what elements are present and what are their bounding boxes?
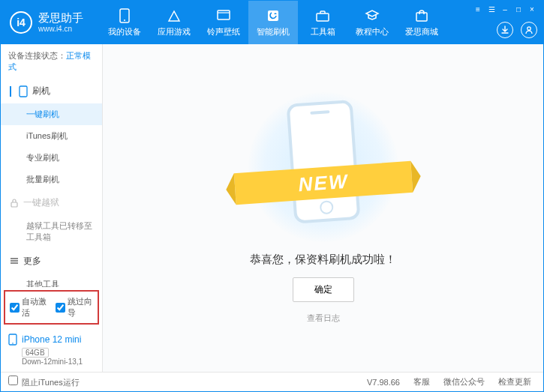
- logo: i4 爱思助手 www.i4.cn: [10, 11, 100, 34]
- user-button[interactable]: [521, 22, 537, 38]
- lock-icon: [10, 198, 19, 208]
- wechat-link[interactable]: 微信公众号: [439, 376, 489, 388]
- window-controls: ≡ ☰ – □ ×: [473, 4, 537, 14]
- sidebar-section-flash[interactable]: 刷机: [1, 79, 102, 103]
- svg-rect-8: [20, 86, 27, 97]
- toolbox-icon: [315, 8, 330, 23]
- svg-rect-5: [317, 13, 329, 21]
- nav-my-device[interactable]: 我的设备: [100, 1, 149, 44]
- sidebar-item-other-tools[interactable]: 其他工具: [1, 274, 102, 287]
- logo-icon: i4: [10, 11, 32, 34]
- success-message: 恭喜您，保资料刷机成功啦！: [250, 253, 396, 267]
- settings-icon[interactable]: ☰: [486, 4, 497, 14]
- title-round-buttons: [497, 22, 537, 38]
- download-button[interactable]: [497, 22, 513, 38]
- main-nav: 我的设备 应用游戏 铃声壁纸 智能刷机 工具箱 教程中心: [100, 1, 446, 44]
- device-firmware: Down-12mini-13,1: [22, 358, 95, 366]
- success-illustration: NEW: [248, 92, 398, 242]
- sidebar-item-onekey-flash[interactable]: 一键刷机: [1, 103, 102, 125]
- svg-rect-2: [218, 10, 230, 19]
- connection-status: 设备连接状态：正常模式: [1, 44, 102, 79]
- svg-rect-3: [218, 12, 230, 13]
- main-content: NEW 恭喜您，保资料刷机成功啦！ 确定 查看日志: [103, 44, 543, 372]
- device-name: iPhone 12 mini: [22, 334, 81, 345]
- options-highlight-box: 自动激活 跳过向导: [4, 290, 99, 325]
- app-url: www.i4.cn: [38, 25, 83, 33]
- more-icon: [10, 256, 19, 265]
- check-update-link[interactable]: 检查更新: [494, 376, 536, 388]
- svg-rect-6: [416, 13, 427, 21]
- sidebar-item-batch-flash[interactable]: 批量刷机: [1, 169, 102, 190]
- sidebar-section-jailbreak: 一键越狱: [1, 190, 102, 215]
- customer-service-link[interactable]: 客服: [409, 376, 434, 388]
- svg-point-1: [124, 19, 125, 21]
- maximize-icon[interactable]: □: [513, 4, 524, 14]
- svg-rect-9: [11, 202, 17, 207]
- nav-ringtones-wallpapers[interactable]: 铃声壁纸: [199, 1, 248, 44]
- device-info[interactable]: iPhone 12 mini 64GB Down-12mini-13,1: [1, 328, 102, 372]
- ok-button[interactable]: 确定: [293, 277, 354, 302]
- flash-icon: [266, 8, 281, 23]
- view-log-link[interactable]: 查看日志: [307, 313, 340, 324]
- sidebar-section-more[interactable]: 更多: [1, 249, 102, 274]
- nav-smart-flash[interactable]: 智能刷机: [248, 1, 298, 44]
- phone-icon: [19, 85, 28, 97]
- sidebar-item-pro-flash[interactable]: 专业刷机: [1, 147, 102, 169]
- phone-illustration-icon: [286, 100, 360, 224]
- checkbox-block-itunes[interactable]: 阻止iTunes运行: [8, 376, 80, 388]
- svg-rect-4: [268, 10, 278, 21]
- device-phone-icon: [8, 334, 17, 346]
- device-capacity: 64GB: [22, 348, 49, 358]
- svg-point-11: [12, 343, 14, 344]
- tutorial-icon: [365, 8, 380, 23]
- minimize-icon[interactable]: –: [500, 4, 510, 14]
- svg-point-7: [527, 27, 530, 30]
- close-icon[interactable]: ×: [527, 4, 537, 14]
- app-window: i4 爱思助手 www.i4.cn 我的设备 应用游戏 铃声壁纸 智能刷机: [0, 0, 544, 392]
- nav-tutorials[interactable]: 教程中心: [347, 1, 397, 44]
- checkbox-auto-activate[interactable]: 自动激活: [10, 296, 48, 319]
- menu-icon[interactable]: ≡: [473, 4, 483, 14]
- nav-toolbox[interactable]: 工具箱: [298, 1, 347, 44]
- apps-icon: [167, 8, 182, 23]
- store-icon: [414, 8, 429, 23]
- sidebar-item-itunes-flash[interactable]: iTunes刷机: [1, 125, 102, 147]
- sidebar-jailbreak-note: 越狱工具已转移至工具箱: [1, 215, 102, 249]
- phone-icon: [117, 8, 132, 23]
- sidebar: 设备连接状态：正常模式 刷机 一键刷机 iTunes刷机 专业刷机 批量刷机 一…: [1, 44, 103, 372]
- app-name: 爱思助手: [38, 12, 83, 25]
- titlebar: i4 爱思助手 www.i4.cn 我的设备 应用游戏 铃声壁纸 智能刷机: [1, 1, 543, 44]
- nav-store[interactable]: 爱思商城: [397, 1, 446, 44]
- wallpaper-icon: [216, 8, 231, 23]
- version-label: V7.98.66: [362, 378, 404, 387]
- checkbox-skip-guide[interactable]: 跳过向导: [56, 296, 94, 319]
- status-bar: 阻止iTunes运行 V7.98.66 客服 微信公众号 检查更新: [1, 372, 543, 391]
- nav-apps-games[interactable]: 应用游戏: [149, 1, 199, 44]
